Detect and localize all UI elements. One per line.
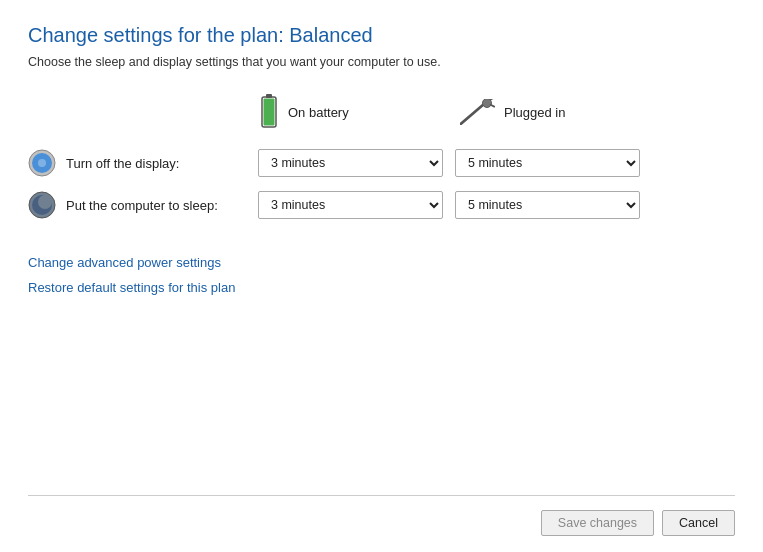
plugged-label: Plugged in	[504, 105, 565, 120]
save-changes-button[interactable]: Save changes	[541, 510, 654, 536]
footer-area: Save changes Cancel	[28, 496, 735, 552]
display-label-area: Turn off the display:	[28, 149, 258, 177]
svg-point-12	[38, 195, 52, 209]
plug-icon	[460, 99, 496, 125]
subtitle: Choose the sleep and display settings th…	[28, 55, 735, 69]
battery-icon	[258, 93, 280, 131]
main-container: Change settings for the plan: Balanced C…	[0, 0, 763, 552]
advanced-power-settings-link[interactable]: Change advanced power settings	[28, 255, 735, 270]
links-area: Change advanced power settings Restore d…	[28, 255, 735, 295]
display-dropdowns: 1 minute 2 minutes 3 minutes 5 minutes 1…	[258, 149, 640, 177]
display-label: Turn off the display:	[66, 156, 179, 171]
battery-column-header: On battery	[258, 93, 448, 131]
svg-point-4	[483, 99, 492, 108]
restore-defaults-link[interactable]: Restore default settings for this plan	[28, 280, 735, 295]
cancel-button[interactable]: Cancel	[662, 510, 735, 536]
sleep-row: Put the computer to sleep: 1 minute 2 mi…	[28, 191, 735, 219]
column-headers: On battery Plugged in	[258, 93, 735, 131]
sleep-plugged-select[interactable]: 1 minute 2 minutes 3 minutes 5 minutes 1…	[455, 191, 640, 219]
svg-rect-1	[266, 94, 272, 98]
sleep-label: Put the computer to sleep:	[66, 198, 218, 213]
svg-point-9	[38, 159, 46, 167]
display-plugged-select[interactable]: 1 minute 2 minutes 3 minutes 5 minutes 1…	[455, 149, 640, 177]
plugged-column-header: Plugged in	[460, 99, 650, 125]
monitor-icon	[28, 149, 56, 177]
display-row: Turn off the display: 1 minute 2 minutes…	[28, 149, 735, 177]
sleep-dropdowns: 1 minute 2 minutes 3 minutes 5 minutes 1…	[258, 191, 640, 219]
battery-label: On battery	[288, 105, 349, 120]
sleep-icon	[28, 191, 56, 219]
svg-line-3	[460, 103, 485, 125]
sleep-label-area: Put the computer to sleep:	[28, 191, 258, 219]
settings-area: On battery Plugged in	[28, 93, 735, 467]
sleep-battery-select[interactable]: 1 minute 2 minutes 3 minutes 5 minutes 1…	[258, 191, 443, 219]
svg-rect-2	[264, 99, 275, 126]
page-title: Change settings for the plan: Balanced	[28, 24, 735, 47]
svg-line-6	[491, 105, 495, 107]
display-battery-select[interactable]: 1 minute 2 minutes 3 minutes 5 minutes 1…	[258, 149, 443, 177]
